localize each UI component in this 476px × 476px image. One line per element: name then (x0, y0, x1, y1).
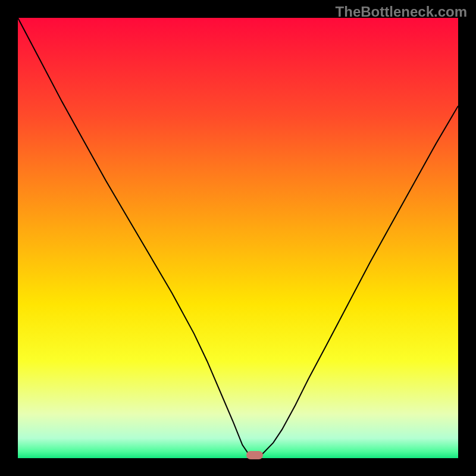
bottleneck-chart (18, 18, 458, 458)
outer-black-frame: TheBottleneck.com (0, 0, 476, 476)
optimal-point-marker (246, 451, 263, 459)
chart-background (18, 18, 458, 458)
